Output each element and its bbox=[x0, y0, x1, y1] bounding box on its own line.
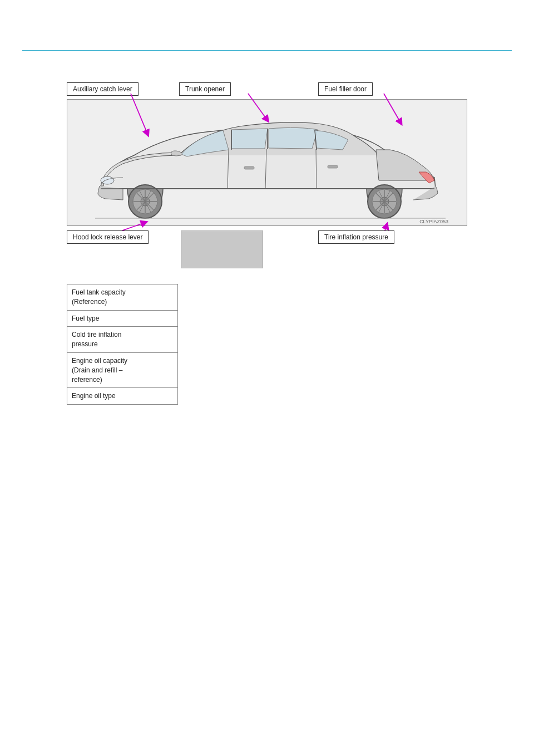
fuel-filler-door-box: Fuel filler door bbox=[318, 82, 373, 96]
label-tire-inflation: Tire inflation pressure bbox=[318, 230, 394, 244]
blue-rule bbox=[22, 50, 512, 51]
cold-tire-label: Cold tire inflation pressure bbox=[67, 327, 178, 353]
engine-oil-capacity-label: Engine oil capacity (Drain and refill – … bbox=[67, 352, 178, 387]
label-fuel-filler-door: Fuel filler door bbox=[318, 82, 373, 96]
table-row-engine-oil-capacity: Engine oil capacity (Drain and refill – … bbox=[67, 352, 178, 387]
table-row-fuel-type: Fuel type bbox=[67, 310, 178, 327]
fuel-tank-label: Fuel tank capacity (Reference) bbox=[67, 284, 178, 311]
car-svg: CLYPIAZ053 bbox=[67, 100, 467, 226]
svg-point-27 bbox=[101, 176, 114, 184]
blank-middle-box bbox=[181, 230, 263, 268]
specs-table: Fuel tank capacity (Reference) Fuel type… bbox=[67, 284, 178, 405]
auxiliary-catch-lever-box: Auxiliary catch lever bbox=[67, 82, 139, 96]
fuel-filler-door-text: Fuel filler door bbox=[324, 85, 367, 93]
engine-oil-type-text: Engine oil type bbox=[72, 392, 116, 400]
svg-line-34 bbox=[385, 225, 387, 230]
label-trunk-opener: Trunk opener bbox=[179, 82, 231, 96]
tire-inflation-box: Tire inflation pressure bbox=[318, 230, 394, 244]
engine-oil-type-label: Engine oil type bbox=[67, 388, 178, 405]
cold-tire-text: Cold tire inflation pressure bbox=[72, 331, 121, 348]
table-row-cold-tire: Cold tire inflation pressure bbox=[67, 327, 178, 353]
svg-rect-6 bbox=[244, 166, 254, 169]
engine-oil-capacity-text: Engine oil capacity (Drain and refill – … bbox=[72, 357, 127, 384]
diagram-container: Auxiliary catch lever Trunk opener Fuel … bbox=[67, 61, 467, 273]
table-row-engine-oil-type: Engine oil type bbox=[67, 388, 178, 405]
label-hood-lock-release: Hood lock release lever bbox=[67, 230, 149, 244]
page: Auxiliary catch lever Trunk opener Fuel … bbox=[0, 50, 534, 756]
car-diagram: CLYPIAZ053 bbox=[67, 99, 467, 226]
hood-lock-release-box: Hood lock release lever bbox=[67, 230, 149, 244]
svg-rect-7 bbox=[328, 165, 338, 168]
svg-text:CLYPIAZ053: CLYPIAZ053 bbox=[419, 219, 448, 224]
fuel-type-text: Fuel type bbox=[72, 315, 99, 322]
trunk-opener-text: Trunk opener bbox=[185, 85, 225, 93]
table-row-fuel-tank: Fuel tank capacity (Reference) bbox=[67, 284, 178, 311]
fuel-tank-text: Fuel tank capacity (Reference) bbox=[72, 288, 126, 306]
auxiliary-catch-lever-text: Auxiliary catch lever bbox=[73, 85, 132, 93]
hood-lock-release-text: Hood lock release lever bbox=[73, 233, 142, 241]
fuel-type-label: Fuel type bbox=[67, 310, 178, 327]
label-auxiliary-catch-lever: Auxiliary catch lever bbox=[67, 82, 139, 96]
trunk-opener-box: Trunk opener bbox=[179, 82, 231, 96]
tire-inflation-text: Tire inflation pressure bbox=[324, 233, 388, 241]
